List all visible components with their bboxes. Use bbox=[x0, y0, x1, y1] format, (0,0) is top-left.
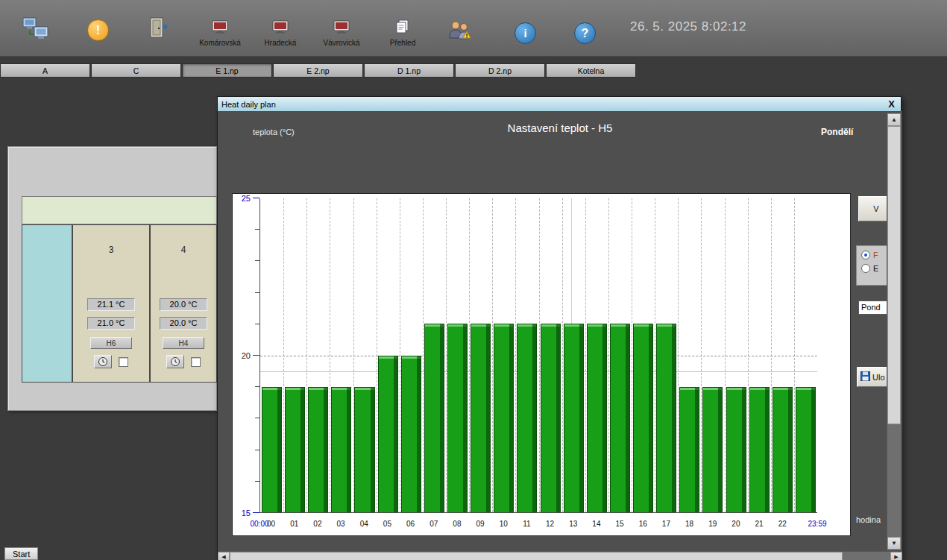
temp-bar-02[interactable] bbox=[308, 387, 328, 512]
temp-bar-21[interactable] bbox=[749, 387, 770, 512]
dialog-title: Heat daily plan bbox=[221, 100, 276, 109]
x-tick-label: 15 bbox=[616, 520, 624, 528]
x-tick-label: 00:00 bbox=[250, 520, 268, 528]
temp-bar-01[interactable] bbox=[285, 387, 305, 512]
horizontal-scrollbar-thumb[interactable] bbox=[230, 552, 843, 560]
dialog-body: teplota (°C) Nastavení teplot - H5 Pondě… bbox=[218, 111, 902, 560]
temp-bar-14[interactable] bbox=[587, 324, 607, 512]
help-button[interactable]: ? bbox=[574, 22, 596, 44]
x-tick-label: 12 bbox=[546, 520, 554, 528]
temp-bar-04[interactable] bbox=[354, 387, 374, 512]
help-icon: ? bbox=[574, 22, 596, 44]
tab-d-1-np[interactable]: D 1.np bbox=[364, 63, 454, 78]
x-tick-label: 05 bbox=[383, 520, 391, 528]
temp-bar-10[interactable] bbox=[494, 324, 514, 512]
tab-d-2-np[interactable]: D 2.np bbox=[455, 63, 545, 78]
prehled-label: Přehled bbox=[390, 39, 415, 47]
mode-radio-option-2[interactable]: E bbox=[861, 264, 878, 273]
temp-bar-00[interactable] bbox=[262, 387, 282, 512]
tab-kotelna[interactable]: Kotelna bbox=[546, 63, 636, 78]
close-icon[interactable]: X bbox=[886, 98, 897, 110]
y-tick bbox=[253, 355, 259, 356]
schedule-clock-button[interactable] bbox=[94, 355, 112, 368]
radio-label: F bbox=[873, 251, 878, 259]
y-tick bbox=[253, 198, 259, 198]
exit-button[interactable] bbox=[148, 16, 170, 43]
scroll-right-arrow-icon[interactable]: ▶ bbox=[890, 552, 902, 560]
y-tick bbox=[253, 512, 259, 513]
x-tick-label: 23:59 bbox=[808, 520, 826, 528]
temp-bar-16[interactable] bbox=[633, 324, 653, 512]
scroll-up-arrow-icon[interactable]: ▲ bbox=[887, 113, 901, 126]
x-tick-label: 09 bbox=[476, 520, 485, 528]
hradecka-button[interactable]: Hradecká bbox=[256, 20, 305, 47]
x-tick-label: 18 bbox=[685, 520, 693, 528]
mode-radio-option-1[interactable]: F bbox=[861, 251, 878, 259]
tab-c[interactable]: C bbox=[91, 63, 181, 78]
temp-bar-11[interactable] bbox=[517, 324, 537, 512]
temp-bar-23[interactable] bbox=[796, 387, 816, 512]
y-tick-label: 15 bbox=[242, 509, 251, 517]
temp-bar-03[interactable] bbox=[331, 387, 351, 512]
users-button[interactable] bbox=[447, 19, 473, 45]
schedule-clock-button[interactable] bbox=[166, 355, 184, 368]
komarovska-button[interactable]: Komárovská bbox=[194, 20, 246, 47]
chart-plot-area[interactable] bbox=[259, 198, 817, 513]
horizontal-scrollbar[interactable]: ◀ ▶ bbox=[218, 551, 902, 560]
x-tick-label: 22 bbox=[778, 520, 787, 528]
temp-bar-07[interactable] bbox=[424, 324, 444, 512]
temp-bar-22[interactable] bbox=[773, 387, 793, 512]
prehled-button[interactable]: Přehled bbox=[382, 19, 424, 47]
temp-bar-06[interactable] bbox=[401, 356, 421, 513]
network-button[interactable] bbox=[22, 16, 49, 45]
temp-bar-18[interactable] bbox=[679, 387, 699, 512]
room-number: 3 bbox=[73, 245, 149, 255]
x-tick-label: 17 bbox=[662, 520, 670, 528]
temp-bar-08[interactable] bbox=[447, 324, 468, 512]
x-axis: 00:0000010203040506070809101112131415161… bbox=[259, 517, 817, 529]
room-checkbox[interactable] bbox=[119, 357, 128, 367]
temp-bar-15[interactable] bbox=[610, 324, 630, 512]
heater-unit-button[interactable]: H6 bbox=[90, 337, 132, 349]
x-tick-label: 01 bbox=[290, 520, 298, 528]
temp-bar-20[interactable] bbox=[726, 387, 746, 512]
room-number: 4 bbox=[151, 245, 216, 255]
heater-unit-button[interactable]: H4 bbox=[163, 337, 204, 349]
y-axis: 152025 bbox=[233, 198, 259, 513]
tab-e-1-np[interactable]: E 1.np bbox=[182, 63, 272, 78]
x-axis-title: hodina bbox=[856, 515, 881, 524]
vertical-scrollbar[interactable]: ▲ ▼ bbox=[887, 113, 902, 550]
monitor-icon bbox=[272, 20, 289, 37]
x-tick-label: 00 bbox=[267, 520, 275, 528]
tab-e-2-np[interactable]: E 2.np bbox=[273, 63, 363, 78]
alarm-button[interactable]: ! bbox=[87, 19, 109, 41]
alarm-icon: ! bbox=[87, 19, 109, 41]
room-checkbox[interactable] bbox=[191, 357, 201, 367]
chart-heading: Nastavení teplot - H5 bbox=[218, 122, 902, 134]
datetime-display: 26. 5. 2025 8:02:12 bbox=[630, 19, 746, 34]
temp-bar-12[interactable] bbox=[541, 324, 561, 512]
start-button[interactable]: Start bbox=[4, 547, 38, 560]
scroll-left-arrow-icon[interactable]: ◀ bbox=[218, 552, 230, 560]
room-4: 4 20.0 °C 20.0 °C H4 bbox=[151, 225, 216, 382]
info-icon: i bbox=[515, 22, 536, 44]
temp-bar-09[interactable] bbox=[471, 324, 491, 512]
temp-bar-13[interactable] bbox=[564, 324, 584, 512]
x-tick-label: 02 bbox=[313, 520, 321, 528]
floor-plan-rooms: 3 21.1 °C 21.0 °C H6 4 20.0 °C 20.0 °C H… bbox=[22, 224, 217, 383]
scroll-down-arrow-icon[interactable]: ▼ bbox=[887, 537, 901, 550]
vertical-scrollbar-thumb[interactable] bbox=[887, 126, 901, 424]
vavrovicka-button[interactable]: Vávrovická bbox=[315, 20, 368, 47]
room-temp-setpoint: 21.0 °C bbox=[87, 317, 135, 330]
temp-bar-17[interactable] bbox=[656, 324, 676, 512]
day-name-label: Pondělí bbox=[821, 127, 853, 137]
temperature-schedule-chart: 152025 00:000001020304050607080910111213… bbox=[232, 193, 851, 536]
floppy-disk-icon bbox=[861, 371, 870, 383]
temp-bar-05[interactable] bbox=[378, 356, 398, 513]
y-tick-label: 25 bbox=[242, 194, 251, 203]
radio-selected-icon bbox=[861, 251, 870, 259]
temp-bar-19[interactable] bbox=[702, 387, 723, 512]
info-button[interactable]: i bbox=[515, 22, 536, 44]
tab-a[interactable]: A bbox=[0, 63, 90, 78]
dialog-titlebar[interactable]: Heat daily plan X bbox=[218, 97, 901, 111]
